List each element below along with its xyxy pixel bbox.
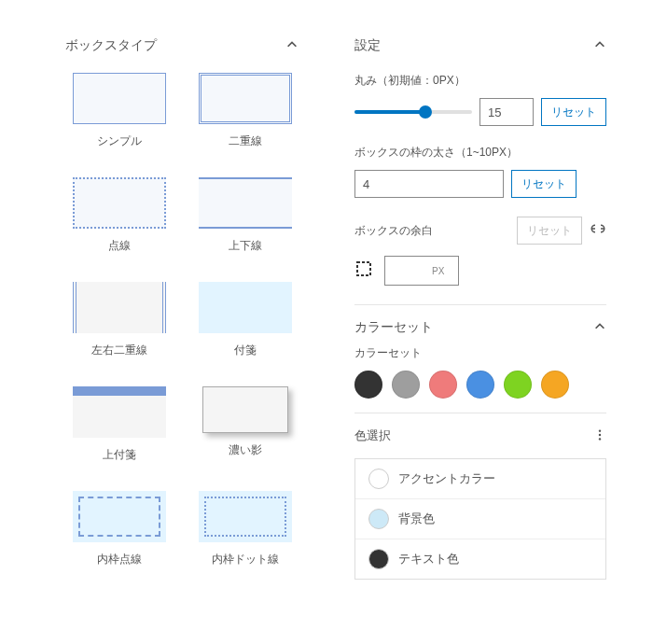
color-accent[interactable]: アクセントカラー: [355, 459, 605, 498]
label-simple: シンプル: [97, 133, 142, 149]
box-type-simple[interactable]: シンプル: [65, 73, 173, 149]
box-type-sticky[interactable]: 付箋: [191, 282, 299, 358]
colorselect-title: 色選択: [354, 427, 391, 444]
swatch-3[interactable]: [429, 371, 457, 399]
margin-box-icon: [354, 259, 373, 282]
thickness-input[interactable]: [354, 170, 504, 198]
box-type-lrdouble[interactable]: 左右二重線: [65, 282, 173, 358]
color-background[interactable]: 背景色: [355, 498, 605, 539]
swatch-6[interactable]: [541, 371, 569, 399]
radius-reset-button[interactable]: リセット: [541, 98, 606, 126]
box-type-topsticky[interactable]: 上付箋: [65, 386, 173, 463]
collapse-box-type-icon[interactable]: [285, 38, 299, 54]
color-list: アクセントカラー 背景色 テキスト色: [354, 458, 606, 580]
color-dot-text: [368, 549, 389, 569]
box-type-dotted[interactable]: 点線: [65, 177, 173, 254]
label-double: 二重線: [229, 133, 262, 149]
color-background-label: 背景色: [398, 511, 435, 527]
label-topsticky: 上付箋: [103, 447, 136, 463]
radius-slider[interactable]: [354, 103, 472, 121]
collapse-settings-icon[interactable]: [593, 38, 606, 54]
color-text-label: テキスト色: [398, 551, 459, 567]
label-innerdot: 内枠ドット線: [212, 552, 279, 567]
margin-unit: PX: [432, 266, 450, 276]
margin-label: ボックスの余白: [354, 223, 433, 239]
label-updown: 上下線: [229, 238, 262, 254]
collapse-colorset-icon[interactable]: [593, 320, 606, 336]
swatch-5[interactable]: [504, 371, 532, 399]
link-sides-icon[interactable]: [590, 222, 606, 239]
colorset-title: カラーセット: [354, 319, 433, 336]
margin-reset-button[interactable]: リセット: [517, 217, 582, 245]
svg-point-3: [599, 438, 601, 440]
colorset-label: カラーセット: [354, 345, 606, 361]
more-options-icon[interactable]: [593, 428, 606, 444]
label-shadow: 濃い影: [229, 442, 262, 458]
box-type-innerdash[interactable]: 内枠点線: [65, 491, 173, 567]
color-accent-label: アクセントカラー: [398, 470, 495, 487]
svg-point-1: [599, 429, 601, 431]
margin-input[interactable]: PX: [384, 256, 459, 286]
swatch-1[interactable]: [354, 371, 382, 399]
svg-point-2: [599, 433, 601, 435]
color-text[interactable]: テキスト色: [355, 539, 605, 579]
settings-title: 設定: [354, 37, 381, 54]
box-type-shadow[interactable]: 濃い影: [191, 386, 299, 463]
color-dot-accent: [368, 469, 389, 489]
box-type-grid: シンプル 二重線 点線 上下線 左右二重線 付箋 上付箋 濃い影: [65, 73, 299, 567]
box-type-title: ボックスタイプ: [65, 37, 157, 54]
box-type-innerdot[interactable]: 内枠ドット線: [191, 491, 299, 567]
label-dotted: 点線: [108, 238, 131, 254]
radius-input[interactable]: [479, 98, 534, 126]
radius-label: 丸み（初期値：0PX）: [354, 73, 606, 89]
label-lrdouble: 左右二重線: [91, 343, 147, 358]
label-sticky: 付箋: [234, 343, 257, 358]
thickness-reset-button[interactable]: リセット: [511, 170, 577, 198]
box-type-updown[interactable]: 上下線: [191, 177, 299, 254]
thickness-label: ボックスの枠の太さ（1~10PX）: [354, 145, 606, 161]
box-type-double[interactable]: 二重線: [191, 73, 299, 149]
color-dot-background: [368, 509, 389, 529]
label-innerdash: 内枠点線: [97, 552, 142, 567]
swatch-2[interactable]: [392, 371, 420, 399]
color-swatches: [354, 371, 606, 399]
swatch-4[interactable]: [466, 371, 494, 399]
svg-rect-0: [357, 262, 370, 275]
